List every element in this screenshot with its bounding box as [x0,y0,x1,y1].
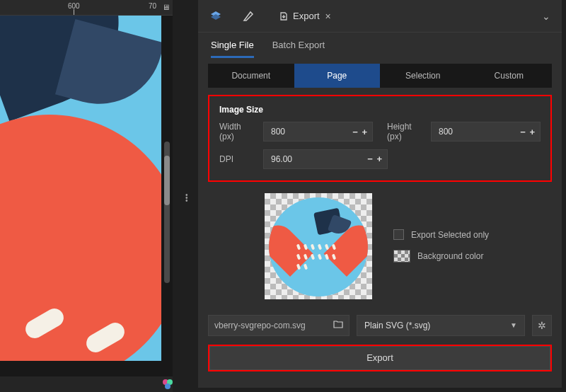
export-button[interactable]: Export [209,346,550,370]
dpi-value: 96.00 [271,154,367,164]
height-stepper[interactable]: − + [520,127,536,137]
layers-icon[interactable] [209,10,222,23]
drawing-canvas[interactable] [0,16,161,361]
ruler-tick [74,9,74,15]
chevron-down-icon[interactable]: ⌄ [542,11,550,22]
height-input[interactable]: 800 − + [431,122,541,142]
artwork-leaf [55,19,161,118]
settings-button[interactable]: ✲ [532,315,552,336]
dpi-stepper[interactable]: − + [367,154,383,164]
width-label: Width (px) [219,122,249,142]
tab-export-label: Export [293,11,320,21]
export-scope-tabs: Document Page Selection Custom [208,64,552,88]
close-icon[interactable]: × [325,11,331,22]
background-color-label: Background color [417,251,483,261]
color-picker-icon[interactable] [161,378,174,391]
tab-export[interactable]: Export × [275,8,335,25]
export-selected-label: Export Selected only [411,230,489,240]
tab-document[interactable]: Document [208,64,294,88]
tab-selection[interactable]: Selection [380,64,466,88]
format-value: Plain SVG (*.svg) [364,321,430,330]
background-color-picker[interactable]: Background color [393,250,489,263]
preview-artwork [287,227,350,284]
checkbox-icon [393,229,404,240]
status-bar [0,376,173,392]
svg-point-2 [165,384,171,389]
width-value: 800 [271,127,352,137]
file-output-row: vberry-svgrepo-com.svg Plain SVG (*.svg)… [208,315,552,336]
ruler-tick-label: 70 [149,2,156,10]
export-icon [279,11,289,21]
color-swatch-icon [393,250,410,263]
export-options: Export Selected only Background color [393,229,489,263]
canvas-pane: 600 70 🖥 [0,0,173,392]
export-preview [265,193,372,299]
tab-page[interactable]: Page [294,64,381,88]
display-icon[interactable]: 🖥 [162,3,170,11]
gear-icon: ✲ [538,320,546,331]
dpi-input[interactable]: 96.00 − + [263,149,388,169]
preview-row: Export Selected only Background color [208,193,552,299]
filename-field[interactable]: vberry-svgrepo-com.svg [208,315,350,336]
image-size-section: Image Size Width (px) 800 − + Height (px… [208,95,552,182]
height-value: 800 [439,127,520,137]
ruler-horizontal: 600 70 🖥 [0,0,173,16]
dpi-label: DPI [219,154,249,164]
export-mode-tabs: Single File Batch Export [198,33,562,58]
width-input[interactable]: 800 − + [263,122,373,142]
image-size-title: Image Size [219,105,541,115]
chevron-down-icon: ▼ [510,321,517,329]
height-label: Height (px) [387,122,417,142]
tab-custom[interactable]: Custom [466,64,553,88]
dock-tab-bar: Export × ⌄ [198,0,562,33]
scrollbar-thumb[interactable] [164,156,170,205]
filename-value: vberry-svgrepo-com.svg [214,321,329,330]
export-selected-checkbox[interactable]: Export Selected only [393,229,489,240]
app-window: 600 70 🖥 ••• [0,0,566,392]
fill-stroke-icon[interactable] [242,10,255,23]
tab-batch-export[interactable]: Batch Export [272,40,325,58]
export-button-wrap: Export [208,345,552,371]
format-select[interactable]: Plain SVG (*.svg) ▼ [357,315,525,336]
export-panel: Export × ⌄ Single File Batch Export Docu… [198,0,562,388]
artwork-fruit [0,115,161,361]
folder-icon[interactable] [333,320,343,330]
width-stepper[interactable]: − + [352,127,368,137]
panel-resize-handle[interactable]: ••• [185,194,188,202]
tab-single-file[interactable]: Single File [211,40,254,58]
canvas-scrollbar[interactable] [164,142,170,283]
